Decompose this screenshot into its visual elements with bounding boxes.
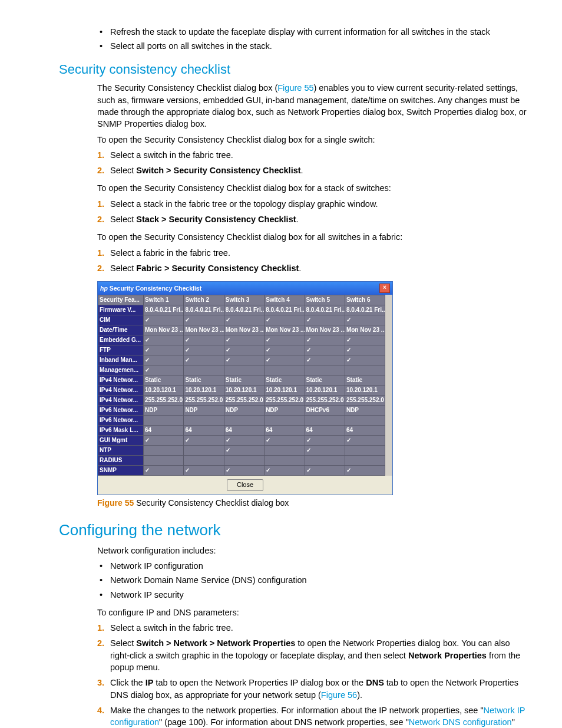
cell [184,446,224,456]
cell: Static [345,375,385,386]
body-text: The Security Consistency Checklist dialo… [97,82,527,130]
intro-bullets: Refresh the stack to update the faceplat… [97,26,527,52]
dialog-titlebar: hp Security Consistency Checklist × [98,282,392,295]
cell: ✓ [144,466,184,476]
cell: ✓ [184,436,224,446]
cell [345,446,385,456]
cell: ✓ [345,466,385,476]
cell [224,365,264,375]
cell: ✓ [345,335,385,345]
step-item: 2.Select Fabric > Security Consistency C… [97,262,527,274]
cell: 255.255.252.0 [144,396,184,406]
row-header: Date/Time [98,325,144,335]
table-row: GUI Mgmt✓✓✓✓✓✓ [98,436,385,446]
body-text: To configure IP and DNS parameters: [97,607,527,618]
step-item: 2.Select Stack > Security Consistency Ch… [97,213,527,225]
row-header: IPv6 Mask L... [98,426,144,436]
cell: 64 [305,426,345,436]
cell: 64 [224,426,264,436]
table-row: IPv6 Networ... [98,416,385,426]
cell: Mon Nov 23 ... [345,325,385,335]
row-header: IPv4 Networ... [98,396,144,406]
cell: ✓ [184,345,224,355]
body-text: Network configuration includes: [97,545,527,556]
cell: ✓ [265,355,305,365]
vertical-scrollbar[interactable] [385,295,392,476]
hp-logo-icon: hp [100,285,110,292]
cell: 10.20.120.1 [144,386,184,396]
section-heading-security: Security consistency checklist [59,61,527,79]
row-header: SNMP [98,466,144,476]
table-row: FTP✓✓✓✓✓✓ [98,345,385,355]
list-item: Network Domain Name Service (DNS) config… [97,574,527,586]
step-item: 1.Select a fabric in the fabric tree. [97,247,527,259]
table-row: Firmware V...8.0.4.0.21 Fri...8.0.4.0.21… [98,305,385,315]
cell [265,365,305,375]
close-button[interactable]: Close [227,479,263,490]
cell [265,456,305,466]
cell: ✓ [265,345,305,355]
row-header: GUI Mgmt [98,436,144,446]
cell [345,416,385,426]
cell: 10.20.120.1 [345,386,385,396]
cell: ✓ [265,436,305,446]
col-header: Switch 5 [305,295,345,305]
cell [305,456,345,466]
cell: ✓ [265,335,305,345]
cell [345,456,385,466]
cell: ✓ [224,345,264,355]
figure-caption: Figure 55 Security Consistency Checklist… [97,498,527,509]
cell: Static [184,375,224,386]
cell: NDP [224,406,264,416]
table-row: RADIUS [98,456,385,466]
cell: ✓ [144,365,184,375]
row-header: Embedded G... [98,335,144,345]
table-row: IPv4 Networ...255.255.252.0255.255.252.0… [98,396,385,406]
cell: 10.20.120.1 [305,386,345,396]
table-row: Managemen...✓ [98,365,385,375]
row-header: IPv6 Networ... [98,406,144,416]
cell: NDP [265,406,305,416]
cell: 64 [265,426,305,436]
cell: ✓ [224,335,264,345]
body-text: To open the Security Consistency Checkli… [97,134,527,146]
cell [144,416,184,426]
cell: 64 [144,426,184,436]
cell: 255.255.252.0 [265,396,305,406]
cell: 64 [345,426,385,436]
row-header: NTP [98,446,144,456]
xref-link[interactable]: Network DNS configuration [409,717,512,727]
col-header: Switch 2 [184,295,224,305]
cell: Mon Nov 23 ... [305,325,345,335]
steps-configure: 1.Select a switch in the fabric tree. 2.… [97,622,527,728]
list-item: Refresh the stack to update the faceplat… [97,26,527,38]
cell: 10.20.120.1 [265,386,305,396]
figure-link[interactable]: Figure 55 [277,83,313,93]
cell: ✓ [305,335,345,345]
step-item: 2.Select Switch > Security Consistency C… [97,164,527,176]
cell: ✓ [345,345,385,355]
cell [224,416,264,426]
body-text: To open the Security Consistency Checkli… [97,231,527,243]
cell [265,446,305,456]
cell: ✓ [305,315,345,325]
cell: Mon Nov 23 ... [224,325,264,335]
dialog-title: Security Consistency Checklist [110,285,201,292]
cell: ✓ [305,446,345,456]
step-item: 4.Make the changes to the network proper… [97,704,527,728]
close-icon[interactable]: × [379,284,390,293]
list-item: Network IP configuration [97,560,527,572]
cell: Mon Nov 23 ... [184,325,224,335]
step-item: 2.Select Switch > Network > Network Prop… [97,637,527,673]
cell: DHCPv6 [305,406,345,416]
cell: Mon Nov 23 ... [265,325,305,335]
col-header: Switch 4 [265,295,305,305]
col-header: Switch 6 [345,295,385,305]
cell: 255.255.252.0 [224,396,264,406]
cell: 8.0.4.0.21 Fri... [144,305,184,315]
figure-link[interactable]: Figure 56 [321,690,357,700]
cell [144,456,184,466]
row-header: FTP [98,345,144,355]
cell [224,456,264,466]
cell: ✓ [305,345,345,355]
